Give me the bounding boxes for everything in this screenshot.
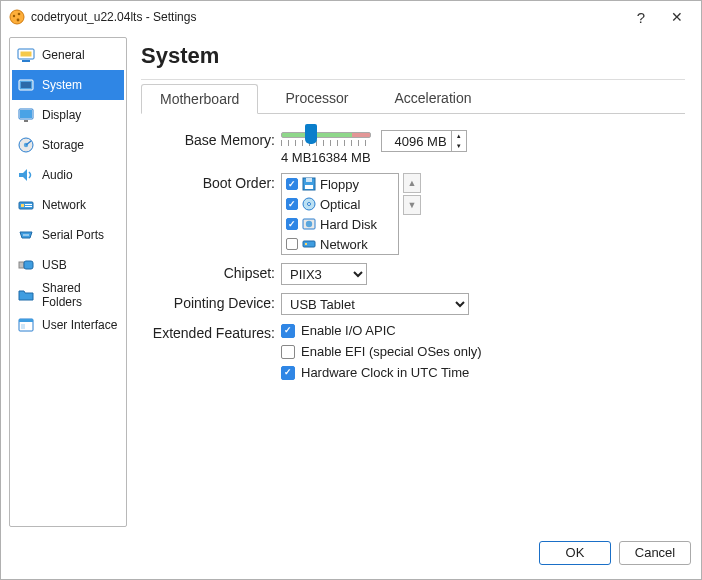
- svg-point-20: [27, 234, 29, 236]
- boot-move-up[interactable]: ▲: [403, 173, 421, 193]
- boot-item-floppy[interactable]: Floppy: [282, 174, 398, 194]
- check-io-apic[interactable]: [281, 324, 295, 338]
- svg-rect-10: [20, 110, 32, 118]
- svg-point-1: [13, 15, 15, 17]
- svg-rect-27: [306, 178, 312, 182]
- sidebar-item-audio[interactable]: Audio: [12, 160, 124, 190]
- svg-rect-34: [305, 243, 307, 245]
- base-memory-max: 16384 MB: [311, 150, 370, 165]
- pointing-device-label: Pointing Device:: [141, 293, 281, 315]
- window-title: codetryout_u22.04lts - Settings: [31, 10, 623, 24]
- tab-motherboard[interactable]: Motherboard: [141, 84, 258, 114]
- base-memory-spinner[interactable]: ▲▼: [451, 130, 467, 152]
- close-button[interactable]: ✕: [659, 9, 695, 25]
- chipset-label: Chipset:: [141, 263, 281, 285]
- extended-features-label: Extended Features:: [141, 323, 281, 386]
- general-icon: [16, 45, 36, 65]
- svg-rect-8: [21, 82, 31, 88]
- display-icon: [16, 105, 36, 125]
- usb-icon: [16, 255, 36, 275]
- sidebar-item-usb[interactable]: USB: [12, 250, 124, 280]
- check-utc-clock[interactable]: [281, 366, 295, 380]
- svg-rect-11: [24, 120, 28, 122]
- shared-folders-icon: [16, 285, 36, 305]
- boot-check-optical[interactable]: [286, 198, 298, 210]
- serial-ports-icon: [16, 225, 36, 245]
- tab-processor[interactable]: Processor: [266, 83, 367, 113]
- sidebar-item-user-interface[interactable]: User Interface: [12, 310, 124, 340]
- boot-order-list[interactable]: Floppy Optical Hard Disk: [281, 173, 399, 255]
- optical-icon: [302, 197, 316, 211]
- divider: [141, 79, 685, 80]
- pointing-device-select[interactable]: USB Tablet: [281, 293, 469, 315]
- sidebar-item-system[interactable]: System: [12, 70, 124, 100]
- base-memory-min: 4 MB: [281, 150, 311, 165]
- svg-rect-28: [305, 185, 313, 189]
- base-memory-input[interactable]: [381, 130, 451, 152]
- svg-point-0: [10, 10, 24, 24]
- svg-rect-5: [22, 60, 30, 62]
- feature-utc-clock[interactable]: Hardware Clock in UTC Time: [281, 365, 685, 380]
- ok-button[interactable]: OK: [539, 541, 611, 565]
- hard-disk-icon: [302, 217, 316, 231]
- boot-check-hard-disk[interactable]: [286, 218, 298, 230]
- svg-point-19: [25, 234, 27, 236]
- boot-move-down[interactable]: ▼: [403, 195, 421, 215]
- tabs: Motherboard Processor Acceleration: [141, 84, 685, 114]
- check-efi[interactable]: [281, 345, 295, 359]
- base-memory-label: Base Memory:: [141, 130, 281, 165]
- system-icon: [16, 75, 36, 95]
- base-memory-slider[interactable]: 4 MB 16384 MB: [281, 130, 371, 165]
- help-button[interactable]: ?: [623, 9, 659, 26]
- svg-rect-17: [25, 206, 32, 207]
- svg-rect-6: [21, 52, 32, 57]
- boot-check-floppy[interactable]: [286, 178, 298, 190]
- svg-rect-25: [21, 324, 25, 329]
- svg-rect-21: [19, 262, 24, 268]
- cancel-button[interactable]: Cancel: [619, 541, 691, 565]
- network-icon: [16, 195, 36, 215]
- footer: OK Cancel: [1, 535, 701, 571]
- sidebar-item-network[interactable]: Network: [12, 190, 124, 220]
- svg-point-3: [17, 19, 20, 22]
- network-boot-icon: [302, 237, 316, 251]
- audio-icon: [16, 165, 36, 185]
- sidebar-item-serial-ports[interactable]: Serial Ports: [12, 220, 124, 250]
- boot-item-network[interactable]: Network: [282, 234, 398, 254]
- sidebar-item-general[interactable]: General: [12, 40, 124, 70]
- sidebar-item-storage[interactable]: Storage: [12, 130, 124, 160]
- sidebar-item-display[interactable]: Display: [12, 100, 124, 130]
- boot-order-label: Boot Order:: [141, 173, 281, 255]
- svg-point-2: [18, 13, 21, 16]
- svg-point-18: [23, 234, 25, 236]
- storage-icon: [16, 135, 36, 155]
- app-icon: [9, 9, 25, 25]
- slider-thumb[interactable]: [305, 124, 317, 144]
- sidebar: General System Display Storage Audio Net…: [9, 37, 127, 527]
- svg-point-32: [306, 221, 312, 227]
- sidebar-item-shared-folders[interactable]: Shared Folders: [12, 280, 124, 310]
- feature-io-apic[interactable]: Enable I/O APIC: [281, 323, 685, 338]
- boot-check-network[interactable]: [286, 238, 298, 250]
- svg-rect-15: [21, 204, 24, 207]
- svg-point-30: [308, 203, 311, 206]
- svg-rect-22: [24, 261, 33, 269]
- main-panel: System Motherboard Processor Acceleratio…: [127, 37, 693, 527]
- feature-efi[interactable]: Enable EFI (special OSes only): [281, 344, 685, 359]
- boot-item-hard-disk[interactable]: Hard Disk: [282, 214, 398, 234]
- chipset-select[interactable]: PIIX3: [281, 263, 367, 285]
- svg-rect-16: [25, 204, 32, 205]
- form: Base Memory: 4 MB 16384 MB: [141, 130, 685, 386]
- tab-acceleration[interactable]: Acceleration: [375, 83, 490, 113]
- titlebar: codetryout_u22.04lts - Settings ? ✕: [1, 1, 701, 33]
- boot-item-optical[interactable]: Optical: [282, 194, 398, 214]
- user-interface-icon: [16, 315, 36, 335]
- svg-rect-24: [19, 319, 33, 322]
- floppy-icon: [302, 177, 316, 191]
- page-title: System: [141, 43, 685, 69]
- svg-rect-33: [303, 241, 315, 247]
